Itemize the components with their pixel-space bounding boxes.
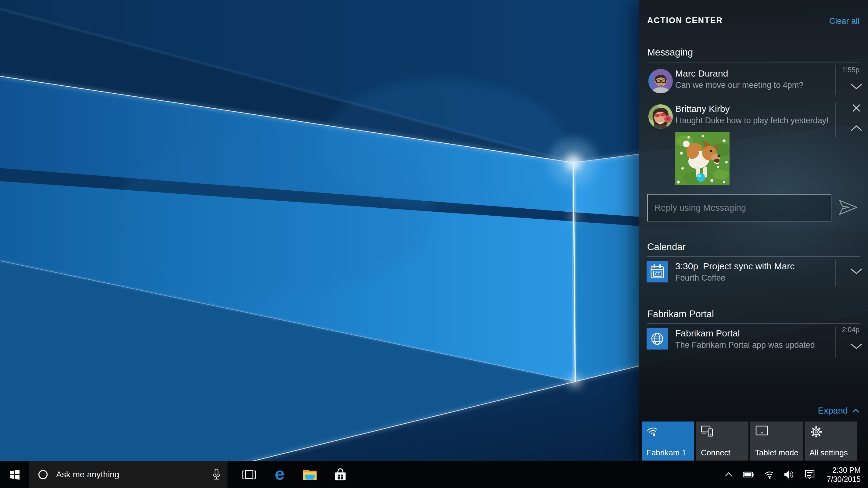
expand-label: Expand <box>818 406 848 416</box>
wifi-icon <box>647 425 660 438</box>
section-header-fabrikam-portal: Fabrikam Portal <box>647 309 714 319</box>
cortana-icon <box>37 469 49 480</box>
clock-time: 2:30 PM <box>832 465 861 475</box>
notification-title: Fabrikam Portal <box>675 328 740 339</box>
quick-actions: Fabrikam 1 Connect <box>639 422 868 461</box>
chevron-down-icon[interactable] <box>850 83 863 92</box>
expand-link[interactable]: Expand <box>818 406 860 416</box>
action-center-icon <box>805 469 815 480</box>
avatar-brittany-kirby <box>648 104 673 129</box>
avatar-marc-durand <box>648 69 673 93</box>
notification-message: Can we move our meeting to 4pm? <box>675 81 803 90</box>
reply-input[interactable] <box>647 194 831 221</box>
quick-action-fabrikam1[interactable]: Fabrikam 1 <box>642 422 694 461</box>
quick-action-all-settings[interactable]: All settings <box>805 422 857 461</box>
action-center-title: ACTION CENTER <box>647 16 723 25</box>
clear-all-link[interactable]: Clear all <box>829 17 860 26</box>
search-input[interactable] <box>56 469 212 480</box>
cortana-search-box[interactable] <box>29 461 227 488</box>
clock-date: 7/30/2015 <box>827 475 861 484</box>
notification-message: I taught Duke how to play fetch yesterda… <box>675 116 829 125</box>
task-view-button[interactable] <box>235 461 264 488</box>
section-header-messaging: Messaging <box>647 47 693 58</box>
divider <box>647 63 860 63</box>
chevron-down-icon[interactable] <box>850 268 863 276</box>
notification-title: Marc Durand <box>675 68 728 79</box>
battery-icon <box>743 470 754 479</box>
divider <box>647 256 860 257</box>
tray-battery[interactable] <box>741 461 755 488</box>
mic-icon[interactable] <box>212 468 221 481</box>
tray-volume[interactable] <box>782 461 796 488</box>
event-title: Project sync with Marc <box>703 261 795 271</box>
divider <box>835 259 836 286</box>
message-photo-dog[interactable] <box>675 132 730 185</box>
send-icon[interactable] <box>838 197 858 218</box>
divider <box>835 65 836 95</box>
section-header-calendar: Calendar <box>647 242 686 252</box>
tray-show-hidden-icons[interactable] <box>722 461 736 488</box>
file-explorer-button[interactable] <box>295 461 324 488</box>
notification-time: 2:04p <box>842 326 860 334</box>
windows-desktop: ACTION CENTER Clear all Messaging <box>0 0 868 488</box>
task-view-icon <box>242 469 256 480</box>
quick-action-tablet-mode[interactable]: Tablet mode <box>750 422 803 461</box>
tablet-icon <box>755 425 769 437</box>
connect-icon <box>701 425 715 439</box>
start-button[interactable] <box>0 461 29 488</box>
tile-label: Connect <box>701 448 731 458</box>
edge-icon: e <box>275 465 284 483</box>
divider <box>647 323 860 324</box>
file-explorer-icon <box>302 468 317 481</box>
action-center-panel: ACTION CENTER Clear all Messaging <box>639 0 868 461</box>
store-icon <box>333 467 348 482</box>
chevron-up-icon <box>724 470 733 479</box>
divider <box>835 102 836 138</box>
chevron-down-icon[interactable] <box>850 343 863 352</box>
wifi-icon <box>764 470 775 479</box>
event-location: Fourth Coffee <box>675 273 725 283</box>
close-icon[interactable] <box>852 104 861 114</box>
taskbar: e <box>0 461 868 488</box>
notification-time: 1:55p <box>842 66 860 74</box>
windows-logo-icon <box>9 469 20 480</box>
divider <box>835 326 836 358</box>
event-time: 3:30p <box>675 261 698 271</box>
quick-action-connect[interactable]: Connect <box>696 422 748 461</box>
settings-gear-icon <box>809 425 823 440</box>
store-button[interactable] <box>326 461 355 488</box>
chevron-up-icon <box>852 408 860 413</box>
tray-action-center[interactable] <box>803 461 817 488</box>
volume-icon <box>784 470 795 480</box>
edge-button[interactable]: e <box>265 461 294 488</box>
tile-label: All settings <box>809 448 848 458</box>
tile-label: Fabrikam 1 <box>647 448 686 458</box>
tile-label: Tablet mode <box>755 448 799 458</box>
tray-wifi[interactable] <box>763 461 776 488</box>
calendar-icon: 07 <box>647 261 668 282</box>
globe-icon <box>647 328 668 349</box>
event-title-row: 3:30pProject sync with Marc <box>675 261 795 271</box>
chevron-up-icon[interactable] <box>850 124 863 133</box>
notification-title: Brittany Kirby <box>675 104 730 114</box>
taskbar-clock[interactable]: 2:30 PM 7/30/2015 <box>827 461 861 488</box>
svg-text:07: 07 <box>655 271 660 276</box>
notification-message: The Fabrikam Portal app was updated <box>675 340 815 350</box>
